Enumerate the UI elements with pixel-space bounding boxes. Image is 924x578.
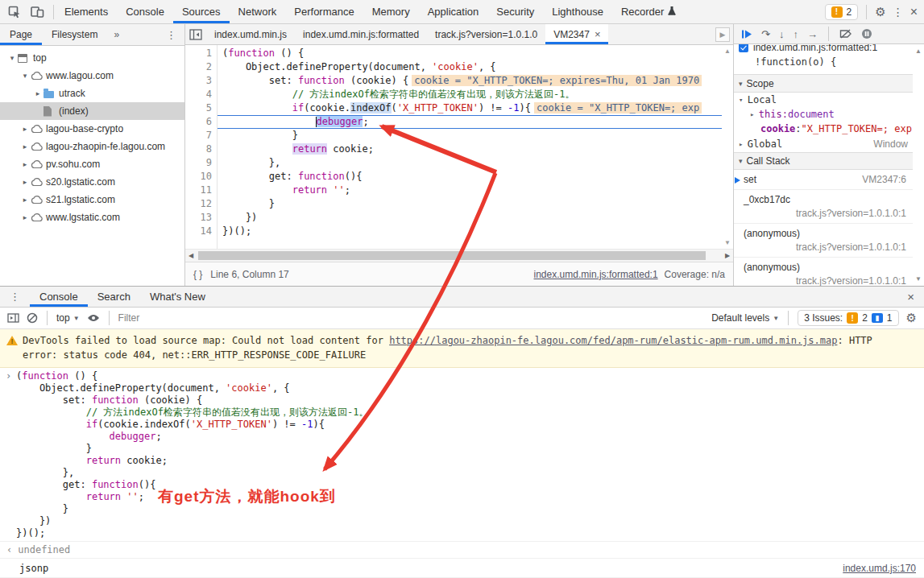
line-number-gutter[interactable]: 1234567891011121314	[185, 45, 218, 249]
tab-page[interactable]: Page	[0, 24, 42, 45]
tree-item-domain[interactable]: ▸ s21.lgstatic.com	[0, 191, 184, 208]
filter-input[interactable]	[118, 312, 705, 324]
source-map-link[interactable]: https://lagou-zhaopin-fe.lagou.com/fed/a…	[389, 335, 837, 346]
close-drawer-icon[interactable]: ×	[897, 287, 924, 307]
tab-console-drawer[interactable]: Console	[30, 287, 88, 307]
live-expression-eye-icon[interactable]	[87, 314, 100, 322]
log-levels-selector[interactable]: Default levels ▼	[711, 312, 779, 324]
expander-icon[interactable]: ▸	[19, 142, 31, 151]
call-stack-frame[interactable]: _0xcb17dc track.js?version=1.0.1.0:1	[734, 190, 913, 224]
editor-vertical-scrollbar[interactable]: ▲ ▼	[722, 45, 733, 249]
scroll-down-icon[interactable]: ▼	[915, 275, 922, 283]
close-devtools-icon[interactable]: ×	[910, 5, 918, 19]
editor-tab[interactable]: index.umd.min.js:formatted	[295, 24, 427, 44]
pretty-print-icon[interactable]: { }	[193, 269, 202, 280]
settings-gear-icon[interactable]: ⚙	[875, 5, 885, 19]
tab-recorder[interactable]: Recorder	[612, 0, 685, 23]
sidebar-vertical-scrollbar[interactable]: ▲ ▼	[913, 44, 924, 286]
step-into-icon[interactable]: ↓	[779, 28, 785, 40]
call-stack-frame[interactable]: (anonymous) track.js?version=1.0.1.0:1	[734, 224, 913, 258]
scroll-up-icon[interactable]: ▲	[724, 47, 731, 55]
tree-item-folder[interactable]: ▸ utrack	[0, 85, 184, 102]
tab-search[interactable]: Search	[88, 287, 140, 307]
scrollbar-thumb[interactable]	[198, 251, 706, 260]
step-icon[interactable]: →	[807, 28, 818, 40]
hide-navigator-icon[interactable]	[185, 24, 206, 44]
tab-whats-new[interactable]: What's New	[140, 287, 215, 307]
editor-tab[interactable]: track.js?version=1.0.1.0	[427, 24, 545, 44]
console-issues-counter[interactable]: 3 Issues: ! 2 ▮ 1	[798, 310, 898, 326]
clear-console-icon[interactable]	[27, 312, 38, 324]
editor-horizontal-scrollbar[interactable]: ◀ ▶	[185, 249, 733, 262]
expander-icon[interactable]: ▸	[19, 160, 31, 168]
issues-counter[interactable]: ! 2	[825, 4, 859, 20]
call-stack-frame[interactable]: (anonymous) track.js?version=1.0.1.0:1	[734, 258, 913, 286]
tree-item-domain[interactable]: ▸ s20.lgstatic.com	[0, 173, 184, 191]
tree-item-domain[interactable]: ▸ lagou-zhaopin-fe.lagou.com	[0, 138, 184, 155]
call-stack-frame-current[interactable]: set VM2347:6	[734, 170, 913, 190]
tree-item-domain[interactable]: ▾ www.lagou.com	[0, 67, 184, 85]
scroll-left-icon[interactable]: ◀	[185, 250, 197, 262]
tab-elements[interactable]: Elements	[56, 0, 117, 23]
console-code-line: debugger;	[16, 431, 918, 443]
mapped-file-link[interactable]: index.umd.min.js:formatted:1	[534, 269, 658, 280]
device-toolbar-icon[interactable]	[27, 2, 47, 22]
scroll-down-icon[interactable]: ▼	[724, 239, 731, 246]
tab-sources[interactable]: Sources	[173, 0, 230, 23]
scroll-tabs-right-icon[interactable]: ▶	[715, 27, 730, 42]
breakpoint-entry[interactable]: index.umd.min.js:formatted:1 !function(o…	[734, 44, 913, 75]
tab-performance[interactable]: Performance	[285, 0, 363, 23]
tree-item-domain[interactable]: ▸ pv.sohu.com	[0, 155, 184, 173]
scroll-right-icon[interactable]: ▶	[722, 250, 733, 262]
tab-lighthouse[interactable]: Lighthouse	[543, 0, 612, 23]
scroll-up-icon[interactable]: ▲	[915, 47, 922, 55]
code-line: },	[218, 156, 722, 170]
debugger-sidebar: ↷ ↓ ↑ → index.umd.min.js:formatte	[733, 24, 924, 286]
tab-network[interactable]: Network	[230, 0, 286, 23]
expand-icon: ▸	[750, 110, 759, 118]
expander-icon[interactable]: ▸	[19, 213, 31, 221]
log-source-link[interactable]: index.umd.js:170	[843, 563, 916, 574]
tab-application[interactable]: Application	[419, 0, 488, 23]
tree-item-domain[interactable]: ▸ lagou-base-crypto	[0, 120, 184, 138]
flask-icon	[668, 6, 676, 18]
console-sidebar-toggle-icon[interactable]	[7, 313, 19, 323]
expander-icon[interactable]: ▸	[19, 196, 31, 204]
call-stack-section-header[interactable]: ▾ Call Stack	[734, 152, 913, 170]
scope-section-header[interactable]: ▾ Scope	[734, 75, 913, 93]
more-tabs-icon[interactable]: »	[107, 24, 126, 45]
code-line: get: function(){	[218, 170, 722, 184]
tree-item-index[interactable]: (index)	[0, 102, 184, 120]
tab-console[interactable]: Console	[117, 0, 173, 23]
drawer-menu-icon[interactable]: ⋮	[0, 287, 30, 307]
editor-tab[interactable]: index.umd.min.js	[206, 24, 295, 44]
expander-icon[interactable]: ▸	[19, 178, 31, 186]
tree-item-domain[interactable]: ▸ www.lgstatic.com	[0, 208, 184, 226]
more-options-icon[interactable]: ⋮	[893, 6, 904, 19]
step-out-icon[interactable]: ↑	[793, 28, 798, 40]
expander-icon[interactable]: ▸	[19, 125, 31, 133]
expander-icon[interactable]: ▾	[19, 72, 31, 80]
scope-global[interactable]: ▸ Global Window	[734, 136, 913, 152]
tree-item-top[interactable]: ▾ top	[0, 49, 184, 67]
step-over-icon[interactable]: ↷	[761, 28, 770, 40]
deactivate-breakpoints-icon[interactable]	[839, 29, 852, 39]
tab-filesystem[interactable]: Filesystem	[42, 24, 107, 45]
breakpoint-checkbox[interactable]	[739, 44, 748, 52]
expander-icon[interactable]: ▸	[32, 89, 44, 97]
context-selector[interactable]: top ▼	[56, 312, 80, 324]
scope-this[interactable]: ▸ this: document	[734, 107, 913, 122]
resume-script-icon[interactable]	[741, 29, 752, 39]
close-tab-icon[interactable]: ×	[595, 28, 601, 40]
scope-local[interactable]: ▾ Local	[734, 93, 913, 107]
source-code[interactable]: (function () { Object.defineProperty(doc…	[218, 45, 722, 249]
tab-memory[interactable]: Memory	[363, 0, 419, 23]
inspect-element-icon[interactable]	[5, 2, 24, 22]
console-settings-gear-icon[interactable]: ⚙	[906, 311, 917, 325]
editor-tab-active[interactable]: VM2347 ×	[545, 24, 608, 44]
scope-cookie[interactable]: cookie : "X_HTTP_TOKEN=; exp	[734, 122, 913, 136]
expander-icon[interactable]: ▾	[6, 54, 18, 62]
pause-on-exceptions-icon[interactable]	[861, 28, 872, 39]
tab-security[interactable]: Security	[487, 0, 543, 23]
navigator-menu-icon[interactable]: ⋮	[158, 24, 184, 45]
